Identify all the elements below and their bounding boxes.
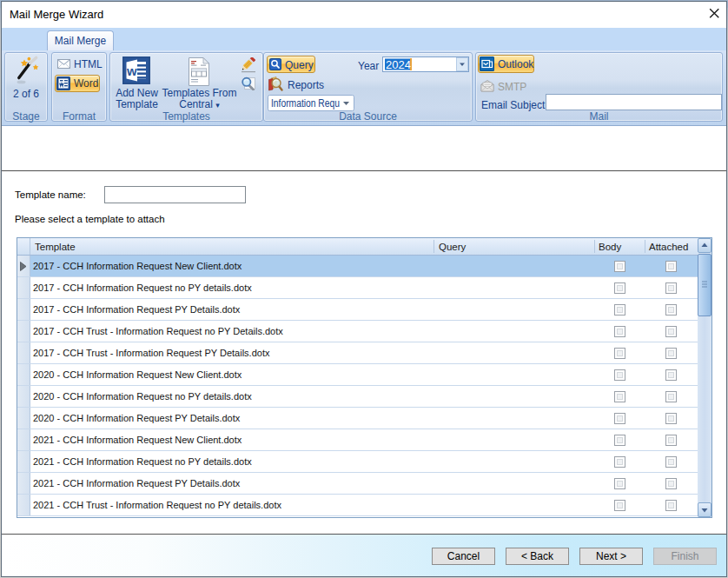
svg-text:2024: 2024 bbox=[386, 58, 411, 71]
svg-text:w: w bbox=[126, 63, 137, 78]
svg-text:Information Requ: Information Requ bbox=[271, 97, 340, 110]
